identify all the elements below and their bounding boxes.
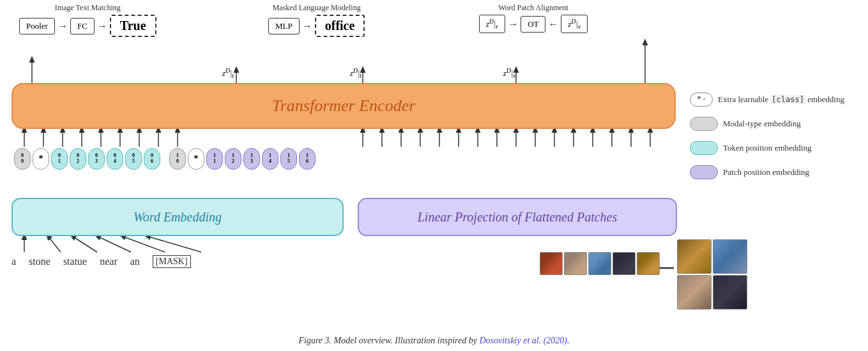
patch-5 xyxy=(637,252,660,275)
arrow-pooler-fc: → xyxy=(57,20,68,32)
text-capsules-row: 00 * 01 02 03 04 05 06 10 xyxy=(14,148,316,170)
word-mask: [MASK] xyxy=(153,255,191,268)
legend-modal-label: Modal-type embedding xyxy=(723,119,801,129)
token-16: 16 xyxy=(299,148,316,170)
svg-line-3 xyxy=(97,236,131,252)
transformer-encoder-label: Transformer Encoder xyxy=(272,96,416,116)
itm-label: Image Text Matching xyxy=(19,3,156,13)
svg-line-1 xyxy=(48,236,61,252)
fc-box: FC xyxy=(70,18,95,34)
token-05: 05 xyxy=(125,148,142,170)
figure-caption: Figure 3. Model overview. Illustration i… xyxy=(0,336,868,346)
legend-extra-label: Extra learnable [class] embedding xyxy=(718,94,844,105)
wpa-row: zD|r → OT ← zD|v xyxy=(479,15,588,33)
token-00: 00 xyxy=(14,148,31,170)
legend: ** Extra learnable [class] embedding Mod… xyxy=(690,93,859,190)
teal-capsule-legend xyxy=(690,141,718,155)
legend-token-pos-label: Token position embedding xyxy=(723,143,811,153)
large-patch-set xyxy=(677,239,747,310)
gray-capsule-icon xyxy=(690,117,718,131)
arrow-fc-true: → xyxy=(97,20,107,32)
token-14: 14 xyxy=(262,148,278,170)
token-06: 06 xyxy=(144,148,160,170)
words-row: a stone statue near an [MASK] xyxy=(11,255,191,268)
linear-projection-label: Linear Projection of Flattened Patches xyxy=(418,210,618,225)
token-04: 04 xyxy=(107,148,123,170)
svg-line-4 xyxy=(122,236,165,252)
token-15: 15 xyxy=(280,148,297,170)
patch-2 xyxy=(564,252,587,275)
svg-line-2 xyxy=(72,236,97,252)
word-a: a xyxy=(11,256,16,267)
word-statue: statue xyxy=(63,256,87,267)
zdv-wpa-label: zD|v xyxy=(503,67,516,79)
token-12: 12 xyxy=(225,148,241,170)
mlm-label: Masked Language Modeling xyxy=(268,3,365,13)
word-embedding-label: Word Embedding xyxy=(133,210,222,225)
itm-row: Pooler → FC → True xyxy=(19,15,156,37)
transformer-encoder-box: Transformer Encoder xyxy=(11,83,676,129)
ot-box: OT xyxy=(521,16,545,33)
mlp-box: MLP xyxy=(268,18,300,34)
patch-4 xyxy=(613,252,636,275)
zr-box: zD|r xyxy=(479,15,505,33)
mlm-row: MLP → office xyxy=(268,15,365,37)
main-container: Image Text Matching Pooler → FC → True M… xyxy=(0,0,868,351)
arrow-mlp-office: → xyxy=(302,20,312,32)
mlm-group: Masked Language Modeling MLP → office xyxy=(268,3,365,37)
token-03: 03 xyxy=(88,148,105,170)
zdt-mlm-label: zD|t xyxy=(350,67,362,79)
legend-patch-pos-label: Patch position embedding xyxy=(723,167,809,177)
true-box: True xyxy=(110,15,156,37)
token-01: 01 xyxy=(51,148,68,170)
legend-item-patch-pos: Patch position embedding xyxy=(690,165,859,179)
legend-item-modal: Modal-type embedding xyxy=(690,117,859,131)
large-patch-2 xyxy=(713,239,747,274)
pooler-box: Pooler xyxy=(19,18,55,34)
word-stone: stone xyxy=(29,256,50,267)
token-11: 11 xyxy=(206,148,223,170)
token-02: 02 xyxy=(70,148,86,170)
word-embedding-box: Word Embedding xyxy=(11,198,344,236)
zdt-label: zD|t xyxy=(222,67,234,79)
star-icon: ** xyxy=(690,93,713,107)
svg-line-5 xyxy=(147,236,201,252)
large-patch-1 xyxy=(677,239,712,274)
small-patches-row xyxy=(540,252,660,275)
purple-capsule-legend xyxy=(690,165,718,179)
dosovitskiy-link[interactable]: Dosovitskiy et al. (2020) xyxy=(479,336,567,345)
token-star-text: * xyxy=(33,148,49,170)
token-star-img: * xyxy=(188,148,204,170)
linear-projection-box: Linear Projection of Flattened Patches xyxy=(358,198,677,236)
arrow-ot-zv: ← xyxy=(548,19,558,30)
arrow-zr-ot: → xyxy=(508,19,518,30)
token-13: 13 xyxy=(243,148,260,170)
zv-box: zD|v xyxy=(561,15,588,33)
purple-capsule-icon xyxy=(690,165,718,179)
patch-3 xyxy=(588,252,611,275)
large-patch-4 xyxy=(713,275,747,310)
wpa-group: Word Patch Alignment zD|r → OT ← zD|v xyxy=(479,3,588,33)
large-patch-3 xyxy=(677,275,712,310)
itm-group: Image Text Matching Pooler → FC → True xyxy=(19,3,156,37)
word-near: near xyxy=(100,256,118,267)
star-capsule-icon: ** xyxy=(690,93,713,107)
legend-item-token-pos: Token position embedding xyxy=(690,141,859,155)
word-an: an xyxy=(130,256,140,267)
legend-item-extra: ** Extra learnable [class] embedding xyxy=(690,93,859,107)
office-box: office xyxy=(315,15,365,37)
patch-1 xyxy=(540,252,563,275)
gray-capsule-legend xyxy=(690,117,718,131)
teal-capsule-icon xyxy=(690,141,718,155)
token-10: 10 xyxy=(169,148,186,170)
wpa-label: Word Patch Alignment xyxy=(479,3,588,13)
